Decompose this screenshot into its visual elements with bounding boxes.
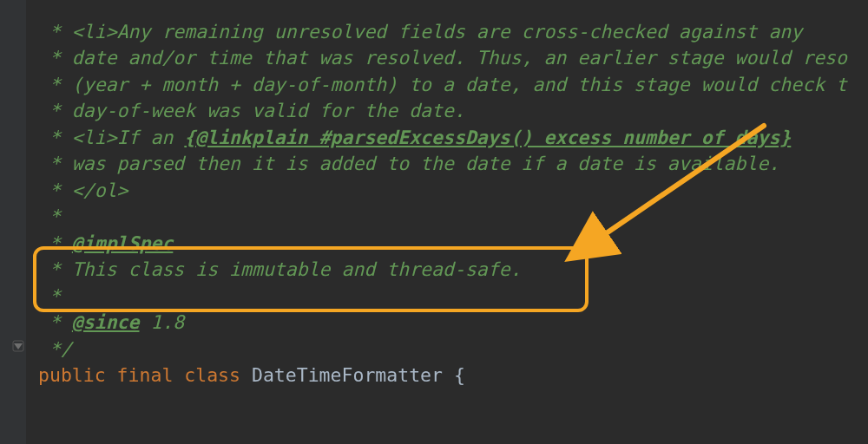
code-token-comment: <li> bbox=[72, 127, 117, 148]
code-area[interactable]: * <li>Any remaining unresolved fields ar… bbox=[26, 19, 868, 445]
code-token-keyword: public final class bbox=[38, 364, 252, 386]
code-line: * was parsed then it is added to the dat… bbox=[38, 151, 868, 178]
code-token-comment: * date and/or time that was resolved. Th… bbox=[38, 47, 847, 69]
code-token-comment: * bbox=[38, 232, 72, 254]
code-token-doctag: @since bbox=[72, 311, 140, 333]
code-line: * bbox=[38, 204, 868, 231]
code-token-comment: * </ol> bbox=[38, 180, 128, 201]
code-token-comment: * bbox=[38, 311, 72, 333]
code-token-comment: * day-of-week was valid for the date. bbox=[38, 100, 465, 121]
code-line: * This class is immutable and thread-saf… bbox=[38, 257, 868, 284]
code-token-comment: */ bbox=[38, 338, 72, 360]
code-token-comment: Any remaining unresolved fields are cros… bbox=[117, 21, 803, 42]
code-token-comment: * was parsed then it is added to the dat… bbox=[38, 153, 779, 174]
code-line: * </ol> bbox=[38, 178, 868, 205]
code-editor[interactable]: * <li>Any remaining unresolved fields ar… bbox=[0, 0, 868, 444]
code-token-comment: * bbox=[38, 285, 61, 307]
code-line: */ bbox=[38, 336, 868, 363]
editor-gutter bbox=[0, 0, 26, 444]
code-line: * @since 1.8 bbox=[38, 310, 868, 336]
code-token-comment: * This class is immutable and thread-saf… bbox=[38, 258, 522, 280]
code-line: * bbox=[38, 284, 868, 310]
code-token-comment: * bbox=[38, 21, 72, 42]
code-token-plain: { bbox=[454, 364, 465, 386]
code-line: * day-of-week was valid for the date. bbox=[38, 98, 868, 125]
code-token-comment: 1.8 bbox=[140, 311, 185, 333]
code-token-doctag: @implSpec bbox=[72, 232, 174, 254]
code-line: * @implSpec bbox=[38, 231, 868, 258]
code-token-comment: * bbox=[38, 206, 61, 227]
code-line: * (year + month + day-of-month) to a dat… bbox=[38, 72, 868, 99]
code-line: * <li>If an {@linkplain #parsedExcessDay… bbox=[38, 125, 868, 152]
code-token-comment: <li> bbox=[72, 21, 117, 42]
code-token-classname: DateTimeFormatter bbox=[252, 364, 454, 386]
code-line: public final class DateTimeFormatter { bbox=[38, 362, 868, 389]
code-line: * <li>Any remaining unresolved fields ar… bbox=[38, 19, 868, 46]
code-token-comment: * (year + month + day-of-month) to a dat… bbox=[38, 74, 847, 95]
code-line: * date and/or time that was resolved. Th… bbox=[38, 45, 868, 72]
code-token-doctag: {@linkplain #parsedExcessDays() excess n… bbox=[184, 127, 791, 148]
code-token-comment: If an bbox=[117, 127, 185, 148]
code-token-comment: * bbox=[38, 127, 72, 148]
